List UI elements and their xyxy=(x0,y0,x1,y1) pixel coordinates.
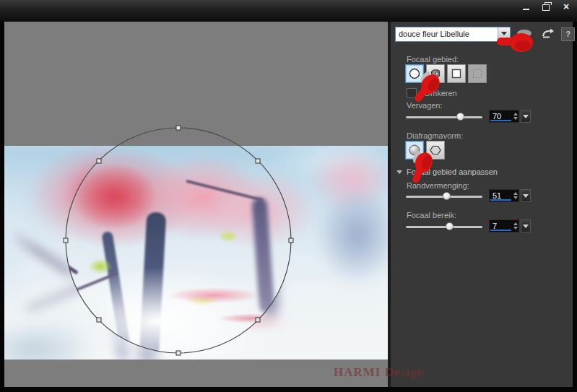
focal-range-spinbox[interactable]: 7 xyxy=(489,219,519,232)
circle-aperture-icon xyxy=(408,144,421,157)
flyout-arrow-icon xyxy=(523,115,529,118)
help-button[interactable]: ? xyxy=(561,27,575,41)
chevron-down-icon xyxy=(501,32,507,35)
blur-label: Vervagen: xyxy=(407,101,443,110)
blur-flyout-button[interactable] xyxy=(521,110,531,123)
edge-blend-spinbox[interactable]: 51 xyxy=(489,189,519,202)
focal-range-value: 7 xyxy=(490,220,512,232)
edge-blend-slider-thumb[interactable] xyxy=(443,192,451,200)
title-bar: × xyxy=(0,0,577,22)
freehand-icon xyxy=(429,67,442,80)
reset-button[interactable] xyxy=(542,27,555,40)
flyout-arrow-icon xyxy=(523,194,529,198)
focal-tool-rectangle[interactable] xyxy=(447,64,466,83)
blur-value: 70 xyxy=(490,110,512,122)
flyout-arrow-icon xyxy=(523,225,529,228)
focal-range-slider-track[interactable] xyxy=(406,226,482,228)
section-expand-icon xyxy=(396,170,402,174)
blur-slider[interactable] xyxy=(406,113,482,121)
spin-up-icon[interactable] xyxy=(513,192,518,195)
hexagon-aperture-icon xyxy=(429,144,442,157)
minimize-button[interactable] xyxy=(521,2,531,12)
blur-slider-thumb[interactable] xyxy=(456,113,464,121)
spin-up-icon[interactable] xyxy=(513,113,518,116)
preset-dropdown-button[interactable] xyxy=(498,27,510,40)
adjust-section-label: Focaal gebied aanpassen xyxy=(407,167,498,176)
close-button[interactable]: × xyxy=(561,2,571,12)
blur-slider-track[interactable] xyxy=(406,116,482,118)
focal-tool-freehand[interactable] xyxy=(426,64,445,83)
invert-label: Omkeren xyxy=(424,89,456,97)
minimize-icon xyxy=(523,9,529,10)
aperture-shape-circle[interactable] xyxy=(405,141,424,160)
preset-value: douce fleur Libellule xyxy=(396,27,498,41)
raster-icon xyxy=(471,67,484,80)
dialog-content: douce fleur Libellule ? Focaal gebied: xyxy=(4,22,573,387)
focal-area-label: Focaal gebied: xyxy=(407,55,459,64)
spin-down-icon[interactable] xyxy=(513,227,518,230)
close-icon: × xyxy=(563,2,569,12)
edge-blend-label: Randvermenging: xyxy=(407,181,469,190)
spin-down-icon[interactable] xyxy=(513,196,518,199)
rectangle-icon xyxy=(450,67,463,80)
preset-combobox[interactable]: douce fleur Libellule xyxy=(395,27,511,42)
spin-down-icon[interactable] xyxy=(513,117,518,120)
aperture-label: Diafragmavorm: xyxy=(407,131,463,140)
focal-tool-raster xyxy=(468,64,487,83)
preview-area[interactable] xyxy=(4,22,388,387)
settings-panel: douce fleur Libellule ? Focaal gebied: xyxy=(391,22,573,387)
restore-button[interactable] xyxy=(541,2,551,12)
image-preview[interactable] xyxy=(4,146,388,360)
spin-up-icon[interactable] xyxy=(513,222,518,225)
focal-range-label: Focaal bereik: xyxy=(407,211,456,219)
focal-range-slider-thumb[interactable] xyxy=(446,222,454,230)
edge-blend-slider[interactable] xyxy=(406,192,482,201)
reset-arrow-icon xyxy=(542,28,555,38)
focal-tool-ellipse[interactable] xyxy=(405,64,424,83)
focal-range-slider[interactable] xyxy=(406,222,482,231)
focal-range-flyout-button[interactable] xyxy=(521,219,531,232)
restore-icon xyxy=(542,4,550,11)
adjust-section-header[interactable]: Focaal gebied aanpassen xyxy=(396,167,498,176)
aperture-shape-hexagon[interactable] xyxy=(426,141,445,160)
blur-spinbox[interactable]: 70 xyxy=(489,110,519,123)
edge-blend-value: 51 xyxy=(490,190,512,201)
edge-blend-flyout-button[interactable] xyxy=(521,189,531,202)
ellipse-icon xyxy=(408,67,421,80)
app-window: × xyxy=(0,0,577,392)
invert-checkbox[interactable] xyxy=(407,88,417,98)
watermark: HARMI Design xyxy=(334,365,425,380)
